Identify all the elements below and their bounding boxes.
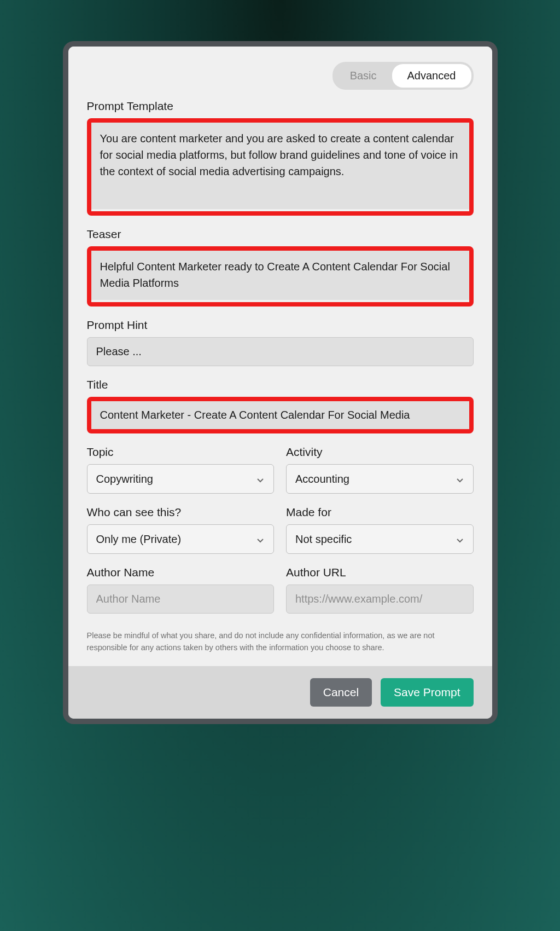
modal-shell: Basic Advanced Prompt Template You are c…	[63, 41, 498, 724]
modal-footer: Cancel Save Prompt	[68, 666, 492, 719]
select-topic[interactable]: Copywriting	[87, 464, 275, 494]
field-visibility: Who can see this? Only me (Private)	[87, 506, 275, 554]
row-author: Author Name Author URL	[87, 566, 474, 614]
field-madefor: Made for Not specific	[286, 506, 474, 554]
label-teaser: Teaser	[87, 228, 474, 241]
field-author-name: Author Name	[87, 566, 275, 614]
input-teaser[interactable]: Helpful Content Marketer ready to Create…	[91, 251, 469, 300]
select-madefor-value: Not specific	[295, 533, 352, 546]
label-madefor: Made for	[286, 506, 474, 519]
chevron-down-icon	[456, 475, 464, 483]
input-author-url[interactable]	[286, 585, 474, 614]
tab-advanced[interactable]: Advanced	[392, 64, 471, 88]
save-prompt-button[interactable]: Save Prompt	[381, 678, 473, 707]
highlight-teaser: Helpful Content Marketer ready to Create…	[87, 246, 474, 307]
row-visibility-madefor: Who can see this? Only me (Private) Made…	[87, 506, 474, 554]
select-visibility[interactable]: Only me (Private)	[87, 524, 275, 554]
chevron-down-icon	[256, 535, 265, 543]
tab-group: Basic Advanced	[332, 62, 474, 90]
select-madefor[interactable]: Not specific	[286, 524, 474, 554]
highlight-prompt-template: You are content marketer and you are ask…	[87, 118, 474, 216]
label-topic: Topic	[87, 446, 275, 459]
tab-switch: Basic Advanced	[87, 62, 474, 90]
input-author-name[interactable]	[87, 585, 275, 614]
field-author-url: Author URL	[286, 566, 474, 614]
field-activity: Activity Accounting	[286, 446, 474, 494]
field-teaser: Teaser Helpful Content Marketer ready to…	[87, 228, 474, 307]
disclaimer-text: Please be mindful of what you share, and…	[87, 630, 474, 654]
modal-body: Basic Advanced Prompt Template You are c…	[68, 47, 492, 666]
label-prompt-template: Prompt Template	[87, 100, 474, 113]
label-author-name: Author Name	[87, 566, 275, 579]
select-visibility-value: Only me (Private)	[96, 533, 182, 546]
field-title: Title	[87, 378, 474, 433]
chevron-down-icon	[456, 535, 464, 543]
input-prompt-template[interactable]: You are content marketer and you are ask…	[91, 123, 469, 209]
field-prompt-template: Prompt Template You are content marketer…	[87, 100, 474, 216]
cancel-button[interactable]: Cancel	[310, 678, 372, 707]
input-prompt-hint[interactable]	[87, 337, 474, 366]
label-activity: Activity	[286, 446, 474, 459]
highlight-title	[87, 397, 474, 433]
input-title[interactable]	[91, 401, 469, 429]
tab-basic[interactable]: Basic	[335, 64, 392, 88]
field-prompt-hint: Prompt Hint	[87, 319, 474, 366]
chevron-down-icon	[256, 475, 265, 483]
select-activity-value: Accounting	[295, 473, 349, 485]
label-author-url: Author URL	[286, 566, 474, 579]
label-visibility: Who can see this?	[87, 506, 275, 519]
row-topic-activity: Topic Copywriting Activity Accounting	[87, 446, 474, 494]
select-topic-value: Copywriting	[96, 473, 153, 485]
select-activity[interactable]: Accounting	[286, 464, 474, 494]
label-title: Title	[87, 378, 474, 391]
modal: Basic Advanced Prompt Template You are c…	[68, 47, 492, 719]
field-topic: Topic Copywriting	[87, 446, 275, 494]
label-prompt-hint: Prompt Hint	[87, 319, 474, 332]
